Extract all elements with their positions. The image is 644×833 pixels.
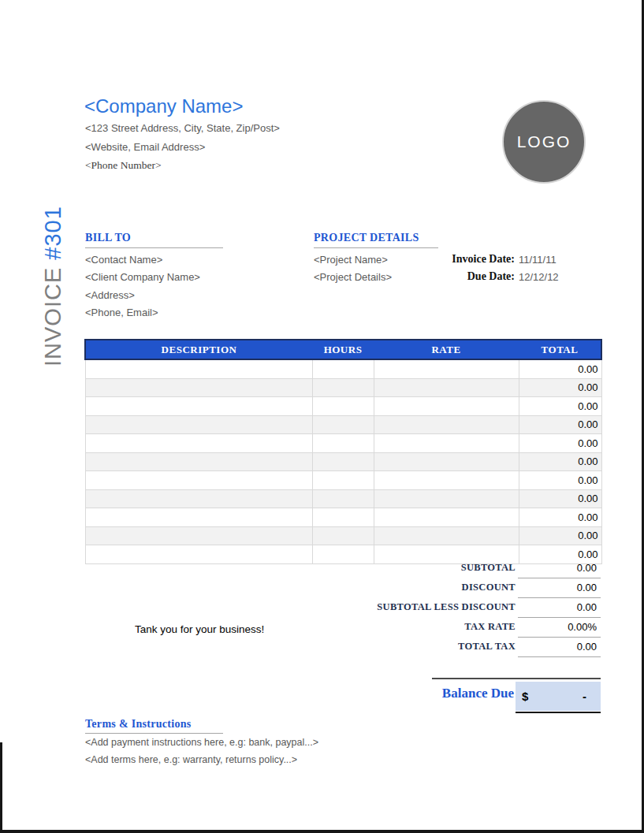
project-details-heading: PROJECT DETAILS bbox=[314, 232, 419, 244]
cell-hours[interactable] bbox=[312, 489, 374, 508]
subtotal-less-discount-value: 0.00 bbox=[518, 597, 601, 618]
total-tax-label: TOTAL TAX bbox=[84, 641, 518, 653]
cell-description[interactable] bbox=[85, 378, 312, 397]
table-header-row: DESCRIPTION HOURS RATE TOTAL bbox=[85, 340, 601, 359]
cell-total: 0.00 bbox=[519, 378, 601, 397]
contact-name-placeholder[interactable]: <Contact Name> bbox=[85, 254, 162, 266]
cell-total: 0.00 bbox=[519, 434, 601, 453]
cell-hours[interactable] bbox=[312, 415, 374, 434]
table-row: 0.00 bbox=[85, 434, 601, 453]
thank-you-note: Tank you for your business! bbox=[135, 623, 264, 635]
table-row: 0.00 bbox=[85, 378, 601, 397]
cell-hours[interactable] bbox=[312, 526, 374, 545]
subtotal-less-discount-label: SUBTOTAL LESS DISCOUNT bbox=[84, 601, 518, 613]
terms-rule bbox=[85, 733, 223, 734]
cell-hours[interactable] bbox=[312, 508, 374, 527]
client-company-placeholder[interactable]: <Client Company Name> bbox=[85, 271, 200, 283]
column-header-total: TOTAL bbox=[519, 340, 601, 359]
cell-hours[interactable] bbox=[312, 359, 374, 378]
summary-row-subtotal-less-discount: SUBTOTAL LESS DISCOUNT 0.00 bbox=[84, 597, 601, 617]
table-row: 0.00 bbox=[85, 508, 601, 527]
cell-description[interactable] bbox=[85, 452, 312, 471]
table-row: 0.00 bbox=[85, 415, 601, 434]
client-address-placeholder[interactable]: <Address> bbox=[85, 289, 135, 301]
cell-total: 0.00 bbox=[519, 489, 601, 508]
cell-rate[interactable] bbox=[374, 397, 519, 416]
company-logo: LOGO bbox=[502, 100, 586, 184]
due-date-value[interactable]: 12/12/12 bbox=[519, 271, 559, 283]
invoice-title-vertical: INVOICE #301 bbox=[38, 187, 68, 366]
page-edge-left bbox=[0, 742, 2, 833]
cell-rate[interactable] bbox=[374, 489, 519, 508]
summary-row-subtotal: SUBTOTAL 0.00 bbox=[84, 558, 601, 578]
cell-description[interactable] bbox=[85, 359, 312, 378]
cell-description[interactable] bbox=[85, 397, 312, 416]
line-items-table: DESCRIPTION HOURS RATE TOTAL 0.00 0.00 0… bbox=[84, 339, 602, 564]
cell-rate[interactable] bbox=[374, 415, 519, 434]
page-edge-bottom bbox=[0, 830, 644, 833]
cell-rate[interactable] bbox=[374, 359, 519, 378]
summary-row-total-tax: TOTAL TAX 0.00 bbox=[84, 637, 601, 656]
summary-block: SUBTOTAL 0.00 DISCOUNT 0.00 SUBTOTAL LES… bbox=[84, 558, 601, 656]
cell-hours[interactable] bbox=[312, 397, 374, 416]
currency-symbol: $ bbox=[522, 690, 528, 703]
summary-row-discount: DISCOUNT 0.00 bbox=[84, 578, 601, 597]
cell-total: 0.00 bbox=[519, 452, 601, 471]
terms-heading: Terms & Instructions bbox=[85, 718, 192, 731]
cell-rate[interactable] bbox=[374, 434, 519, 453]
discount-label: DISCOUNT bbox=[84, 582, 518, 593]
cell-description[interactable] bbox=[85, 415, 312, 434]
invoice-date-row: Invoice Date: 11/11/11 bbox=[331, 251, 601, 268]
phone-number-placeholder[interactable]: <Phone Number> bbox=[85, 159, 162, 172]
cell-description[interactable] bbox=[85, 489, 312, 508]
discount-value[interactable]: 0.00 bbox=[518, 578, 601, 598]
balance-due-label: Balance Due bbox=[394, 686, 514, 701]
cell-total: 0.00 bbox=[519, 397, 601, 416]
table-row: 0.00 bbox=[85, 489, 601, 508]
table-row: 0.00 bbox=[85, 526, 601, 545]
subtotal-label: SUBTOTAL bbox=[84, 562, 518, 574]
project-details-rule bbox=[314, 247, 438, 248]
cell-hours[interactable] bbox=[312, 434, 374, 453]
payment-instructions-placeholder[interactable]: <Add payment instructions here, e.g: ban… bbox=[85, 737, 318, 748]
balance-due-value: - bbox=[583, 690, 586, 703]
cell-description[interactable] bbox=[85, 471, 312, 490]
cell-description[interactable] bbox=[85, 526, 312, 545]
company-name-placeholder[interactable]: <Company Name> bbox=[84, 95, 243, 117]
cell-rate[interactable] bbox=[374, 471, 519, 490]
cell-description[interactable] bbox=[85, 508, 312, 527]
invoice-date-label: Invoice Date: bbox=[331, 253, 515, 266]
cell-hours[interactable] bbox=[312, 378, 374, 397]
subtotal-value: 0.00 bbox=[518, 558, 601, 578]
due-date-row: Due Date: 12/12/12 bbox=[331, 268, 601, 285]
logo-text: LOGO bbox=[517, 132, 571, 151]
table-row: 0.00 bbox=[85, 452, 601, 471]
balance-due-amount-box: $ - bbox=[516, 682, 601, 711]
table-row: 0.00 bbox=[85, 471, 601, 490]
balance-due-underline bbox=[516, 712, 601, 713]
client-phone-email-placeholder[interactable]: <Phone, Email> bbox=[85, 307, 158, 318]
table-row: 0.00 bbox=[85, 397, 601, 416]
cell-description[interactable] bbox=[85, 434, 312, 453]
street-address-placeholder[interactable]: <123 Street Address, City, State, Zip/Po… bbox=[85, 122, 280, 134]
cell-hours[interactable] bbox=[312, 452, 374, 471]
column-header-description: DESCRIPTION bbox=[85, 340, 312, 359]
invoice-number[interactable]: #301 bbox=[40, 206, 65, 260]
tax-rate-value[interactable]: 0.00% bbox=[518, 617, 601, 638]
balance-due-top-rule bbox=[432, 678, 601, 679]
cell-total: 0.00 bbox=[519, 508, 601, 527]
bill-to-rule bbox=[85, 247, 223, 248]
table-row: 0.00 bbox=[85, 359, 601, 378]
cell-total: 0.00 bbox=[519, 471, 601, 490]
invoice-page: <Company Name> <123 Street Address, City… bbox=[0, 0, 644, 833]
cell-rate[interactable] bbox=[374, 452, 519, 471]
invoice-date-value[interactable]: 11/11/11 bbox=[519, 254, 557, 266]
bill-to-heading: BILL TO bbox=[85, 232, 131, 244]
cell-rate[interactable] bbox=[374, 378, 519, 397]
website-email-placeholder[interactable]: <Website, Email Address> bbox=[85, 141, 205, 153]
terms-placeholder[interactable]: <Add terms here, e.g: warranty, returns … bbox=[85, 754, 297, 765]
cell-rate[interactable] bbox=[374, 526, 519, 545]
cell-hours[interactable] bbox=[312, 471, 374, 490]
cell-rate[interactable] bbox=[374, 508, 519, 527]
invoice-word: INVOICE bbox=[40, 260, 65, 366]
